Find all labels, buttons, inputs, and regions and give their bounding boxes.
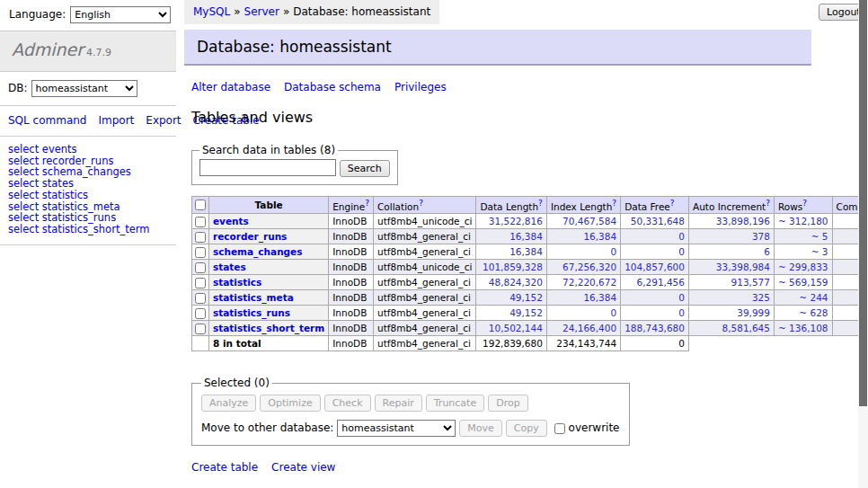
sidebar-item-select-statistics-short-term[interactable]: select statistics_short_term [8,224,176,235]
table-name-link-events[interactable]: events [213,216,249,226]
page-title: Database: homeassistant [184,30,811,66]
selected-fieldset: Selected (0) AnalyzeOptimizeCheckRepairT… [191,377,630,446]
column-help-icon[interactable]: ? [419,199,423,208]
cell-engine: InnoDB [329,260,374,275]
db-label: DB: [8,82,28,94]
sidebar-link-export[interactable]: Export [146,114,181,127]
column-help-icon[interactable]: ? [670,199,675,208]
column-header-table: Table [209,196,329,214]
copy-button[interactable]: Copy [506,420,547,437]
cell-rows: ~ 5 [774,229,832,244]
table-row: statesInnoDButf8mb4_unicode_ci101,859,32… [192,260,868,275]
row-checkbox[interactable] [195,293,206,304]
search-legend: Search data in tables (8) [199,144,338,156]
table-name-link-schema-changes[interactable]: schema_changes [213,246,303,257]
cell-data-length: 16,384 [476,244,546,260]
scrollbar-thumb[interactable] [859,0,867,406]
cell-collation: utf8mb4_general_ci [374,275,476,290]
column-header-data-free: Data Free? [621,196,689,214]
cell-engine: InnoDB [329,290,374,306]
drop-button[interactable]: Drop [488,395,527,412]
check-button[interactable]: Check [324,395,371,412]
table-row: eventsInnoDButf8mb4_unicode_ci31,522,816… [192,214,868,229]
row-checkbox[interactable] [195,324,206,334]
cell-collation: utf8mb4_unicode_ci [374,214,476,229]
app-name: Adminer [12,40,84,59]
language-row: Language:English [0,0,176,31]
cell-data-length: 31,522,816 [476,214,546,229]
optimize-button[interactable]: Optimize [260,395,320,412]
link-create-view[interactable]: Create view [271,461,335,474]
truncate-button[interactable]: Truncate [426,395,484,412]
table-name-link-statistics[interactable]: statistics [213,277,261,288]
overwrite-option[interactable]: overwrite [554,421,620,434]
db-select[interactable]: homeassistant [31,80,137,97]
breadcrumb-current: Database: homeassistant [293,5,430,18]
cell-data-length: 48,824,320 [476,275,546,290]
link-create-table[interactable]: Create table [191,461,258,474]
language-select[interactable]: English [70,6,171,23]
row-checkbox[interactable] [195,217,206,227]
cell-collation: utf8mb4_general_ci [374,290,476,306]
breadcrumb-mysql-link[interactable]: MySQL [193,5,230,18]
cell-index-length: 67,256,320 [546,260,620,275]
move-button[interactable]: Move [459,420,502,437]
sidebar-item-select-events[interactable]: select events [8,144,176,155]
column-help-icon[interactable]: ? [538,199,543,208]
table-name-link-states[interactable]: states [213,262,246,272]
cell-auto-increment: 913,577 [688,275,774,290]
sidebar-item-select-states[interactable]: select states [8,178,176,190]
main-content: MySQL»Server»Database: homeassistant Dat… [184,0,813,488]
action-link-database-schema[interactable]: Database schema [284,81,381,93]
table-name-link-statistics-short-term[interactable]: statistics_short_term [213,323,324,333]
search-fieldset: Search data in tables (8) Search [191,144,398,185]
cell-data-free: 50,331,648 [621,214,689,229]
sidebar-item-select-statistics[interactable]: select statistics [8,190,176,201]
cell-data-length: 49,152 [476,306,546,321]
row-checkbox[interactable] [195,308,206,319]
scrollbar[interactable] [858,0,868,488]
total-cell-data-free: 0 [621,336,689,351]
column-header-index-length: Index Length? [546,196,620,214]
table-name-link-statistics-meta[interactable]: statistics_meta [213,292,294,303]
cell-data-free: 0 [621,290,689,306]
table-name-link-recorder-runs[interactable]: recorder_runs [213,231,287,242]
row-checkbox[interactable] [195,262,206,273]
select-all-checkbox[interactable] [195,200,206,210]
cell-engine: InnoDB [329,275,374,290]
cell-index-length: 24,166,400 [546,321,620,336]
row-checkbox[interactable] [195,232,206,243]
move-database-select[interactable]: homeassistant [337,420,456,437]
column-help-icon[interactable]: ? [802,199,807,208]
move-row: Move to other database:homeassistantMove… [201,420,620,437]
table-row: statisticsInnoDButf8mb4_general_ci48,824… [192,275,868,290]
overwrite-checkbox[interactable] [554,423,565,434]
action-link-privileges[interactable]: Privileges [394,81,447,93]
cell-engine: InnoDB [329,306,374,321]
sidebar-links: SQL commandImportExportCreate table [0,106,176,137]
search-input[interactable] [199,159,336,176]
breadcrumb-separator: » [283,5,289,18]
column-help-icon[interactable]: ? [365,199,369,208]
search-button[interactable]: Search [340,160,390,177]
cell-data-free: 104,857,600 [621,260,689,275]
cell-data-length: 10,502,144 [476,321,546,336]
sidebar-link-import[interactable]: Import [98,114,134,127]
column-help-icon[interactable]: ? [612,199,616,208]
action-link-alter-database[interactable]: Alter database [191,81,270,93]
table-row: recorder_runsInnoDButf8mb4_general_ci16,… [192,229,868,244]
row-checkbox[interactable] [195,247,206,258]
analyze-button[interactable]: Analyze [201,395,256,412]
cell-auto-increment: 325 [688,290,774,306]
column-help-icon[interactable]: ? [766,199,770,208]
cell-auto-increment: 8,581,645 [688,321,774,336]
breadcrumb-server-link[interactable]: Server [244,5,279,18]
cell-data-free: 0 [621,229,689,244]
table-row: statistics_short_termInnoDButf8mb4_gener… [192,321,868,336]
breadcrumb: MySQL»Server»Database: homeassistant [184,0,439,24]
repair-button[interactable]: Repair [375,395,422,412]
table-name-link-statistics-runs[interactable]: statistics_runs [213,307,290,318]
cell-auto-increment: 33,398,984 [688,260,774,275]
row-checkbox[interactable] [195,278,206,288]
sidebar-link-sql-command[interactable]: SQL command [8,114,86,127]
